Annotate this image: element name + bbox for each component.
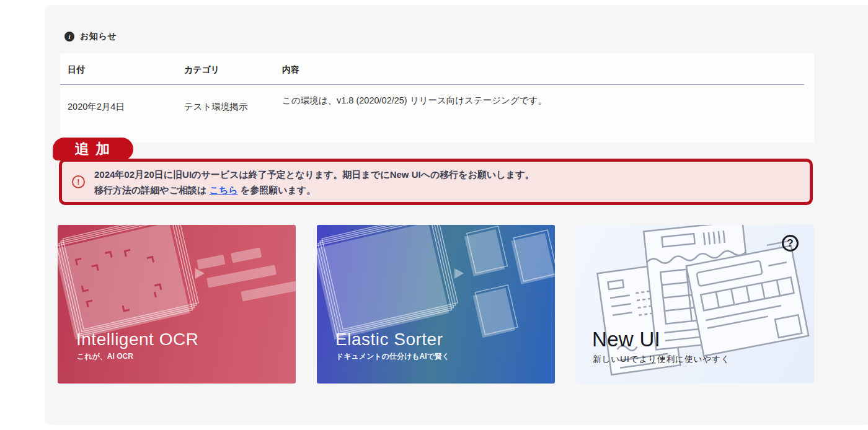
announcements-header: i お知らせ xyxy=(64,31,117,42)
alert-line1: 2024年02月20日に旧UIのサービスは終了予定となります。期日までにNew … xyxy=(94,167,534,182)
table-row: 2020年2月4日 テスト環境掲示 この環境は、v1.8 (2020/02/25… xyxy=(60,85,804,113)
info-icon: i xyxy=(64,32,74,42)
card-title-elastic-sorter: Elastic Sorter xyxy=(335,330,443,349)
alert-text: 2024年02月20日に旧UIのサービスは終了予定となります。期日までにNew … xyxy=(94,167,534,198)
help-icon[interactable]: ? xyxy=(782,235,799,252)
column-header-content: 内容 xyxy=(275,53,804,85)
card-subtitle-new-ui: 新しいUIでより便利に使いやすく xyxy=(593,354,730,365)
cell-category: テスト環境掲示 xyxy=(177,85,275,113)
card-title-new-ui: New UI xyxy=(592,328,660,351)
card-new-ui[interactable]: ? New UI 新しいUIでより便利に使いやすく xyxy=(576,225,814,384)
alert-line2-prefix: 移行方法の詳細やご相談は xyxy=(94,185,210,195)
card-elastic-sorter[interactable]: Elastic Sorter ドキュメントの仕分けもAIで賢く xyxy=(317,225,555,384)
announcements-table: 日付 カテゴリ 内容 2020年2月4日 テスト環境掲示 この環境は、v1.8 … xyxy=(60,53,804,113)
table-header-row: 日付 カテゴリ 内容 xyxy=(60,53,804,85)
alert-line2-suffix: を参照願います。 xyxy=(238,185,316,195)
cell-date: 2020年2月4日 xyxy=(60,85,177,113)
warning-icon: ! xyxy=(72,175,85,188)
card-title-intelligent-ocr: Intelligent OCR xyxy=(76,330,198,349)
card-intelligent-ocr[interactable]: Intelligent OCR これが、AI OCR xyxy=(58,225,296,384)
added-annotation-badge: 追 加 xyxy=(53,138,133,160)
column-header-category: カテゴリ xyxy=(177,53,275,85)
card-subtitle-elastic-sorter: ドキュメントの仕分けもAIで賢く xyxy=(336,351,450,362)
card-subtitle-intelligent-ocr: これが、AI OCR xyxy=(77,351,133,362)
kochira-link[interactable]: こちら xyxy=(210,185,238,195)
announcements-table-card: 日付 カテゴリ 内容 2020年2月4日 テスト環境掲示 この環境は、v1.8 … xyxy=(60,53,814,143)
announcements-title: お知らせ xyxy=(80,31,117,42)
cell-content: この環境は、v1.8 (2020/02/25) リリース向けステージングです。 xyxy=(275,85,804,113)
column-header-date: 日付 xyxy=(60,53,177,85)
page: i お知らせ 日付 カテゴリ 内容 2020年2月4日 テスト環境掲示 この環境… xyxy=(0,0,868,430)
deprecation-alert: ! 2024年02月20日に旧UIのサービスは終了予定となります。期日までにNe… xyxy=(59,159,813,205)
alert-line2: 移行方法の詳細やご相談は こちら を参照願います。 xyxy=(94,182,534,198)
